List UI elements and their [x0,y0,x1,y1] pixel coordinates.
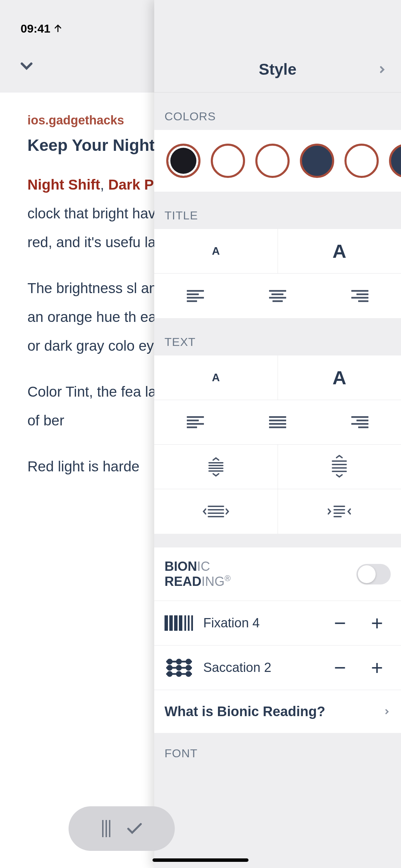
fixation-row: Fixation 4 − + [154,601,401,646]
check-icon [125,819,144,838]
lines-icon [99,818,113,839]
color-option-6[interactable] [389,144,401,178]
svg-point-33 [168,672,172,676]
saccation-decrease[interactable]: − [326,656,354,679]
color-option-3[interactable] [255,144,290,178]
style-panel: Style COLORS TITLE A A [154,0,401,868]
width-increase[interactable] [154,489,278,534]
color-option-4[interactable] [300,144,334,178]
line-height-increase[interactable] [278,445,401,489]
saccation-row: Saccation 2 − + [154,646,401,690]
fixation-icon [165,614,194,632]
colors-row [154,130,401,192]
svg-rect-17 [165,615,168,631]
title-align-center[interactable] [236,274,319,318]
line-height-decrease[interactable] [154,445,278,489]
bionic-reading-row: BIONIC READING® [154,547,401,601]
color-option-2[interactable] [211,144,245,178]
text-size-decrease[interactable]: A [154,355,278,400]
panel-header: Style [154,0,401,93]
panel-forward-button[interactable] [377,62,387,79]
title-size-decrease[interactable]: A [154,229,278,273]
colors-section-label: COLORS [154,93,401,130]
chevron-right-icon [383,706,391,718]
back-chevron[interactable] [17,57,36,77]
svg-point-28 [177,660,181,664]
text-size-increase[interactable]: A [278,355,401,400]
floating-toolbar[interactable] [69,806,175,851]
link-night-shift[interactable]: Night Shift [27,177,100,193]
text-align-left[interactable] [154,400,236,444]
panel-title: Style [259,60,296,79]
link-dark[interactable]: Dark [108,177,140,193]
status-time: 09:41 [21,22,63,35]
color-option-5[interactable] [344,144,379,178]
svg-rect-21 [184,615,186,631]
fixation-increase[interactable]: + [363,611,391,635]
svg-rect-19 [174,615,178,631]
text-align-justify[interactable] [236,400,319,444]
svg-point-29 [186,660,191,664]
svg-rect-23 [191,615,193,631]
text-align-right[interactable] [319,400,401,444]
home-indicator[interactable] [153,858,248,862]
text-section-label: TEXT [154,318,401,355]
svg-point-27 [168,660,172,664]
bionic-info-label: What is Bionic Reading? [165,704,373,719]
svg-point-34 [177,672,181,676]
saccation-increase[interactable]: + [363,656,391,679]
saccation-label: Saccation 2 [203,660,317,675]
title-size-increase[interactable]: A [278,229,401,273]
title-align-left[interactable] [154,274,236,318]
svg-rect-20 [179,615,182,631]
width-decrease[interactable] [278,489,401,534]
fixation-label: Fixation 4 [203,616,317,630]
fixation-decrease[interactable]: − [326,611,354,635]
saccation-icon [165,658,194,678]
font-section-label: FONT [154,733,401,767]
bionic-logo: BIONIC READING® [165,559,231,589]
title-section-label: TITLE [154,192,401,229]
svg-point-35 [186,672,191,676]
bionic-toggle[interactable] [356,564,391,584]
color-option-1[interactable] [166,144,200,178]
svg-rect-22 [188,615,190,631]
svg-point-32 [186,666,191,670]
svg-point-30 [168,666,172,670]
title-align-right[interactable] [319,274,401,318]
bionic-info-row[interactable]: What is Bionic Reading? [154,690,401,733]
svg-rect-18 [169,615,173,631]
svg-point-31 [177,666,181,670]
